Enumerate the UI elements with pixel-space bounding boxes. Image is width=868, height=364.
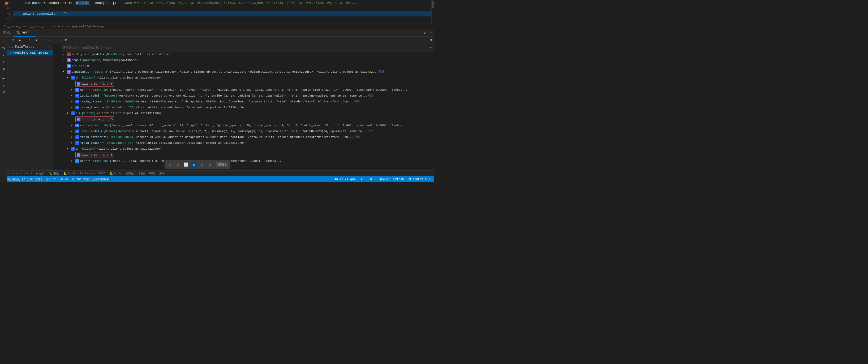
debug-toolbar-row: ↺ ≡ ▶ | ↷ ⬇ ⤵ ⬆ → — [0, 37, 434, 44]
sidebar-step-icon[interactable]: ↺ — [1, 44, 7, 44]
tab-python-packages[interactable]: 🐍 Python Packages — [61, 171, 96, 176]
var-row-cand0-localmodel[interactable]: ▶ ≡ local_model = {ResNet} ResNet(\n (co… — [61, 93, 434, 99]
debug-ctl-grid[interactable]: ⊞ — [190, 161, 198, 168]
debug-ctl-rect3[interactable]: □ — [198, 161, 206, 168]
status-lf: LF — [361, 177, 365, 181]
var-expand-cand-0[interactable]: ▼ — [67, 75, 71, 80]
thread-dropdown-arrow[interactable]: ▾ — [49, 45, 51, 48]
debug-ctl-rect2[interactable]: ⬜ — [182, 161, 190, 168]
var-link-c1lm[interactable]: 视图 — [368, 129, 373, 134]
var-link-c1td[interactable]: 视图 — [354, 134, 360, 140]
var-link-candidates[interactable]: 视图 — [379, 69, 384, 74]
var-row-cand0-tl[interactable]: ▶ ≡ train_loader = {DataLoader: 157} <to… — [61, 104, 434, 110]
var-row-cand0-clientid[interactable]: ▶ 01 client_id = {int} 6 — [61, 81, 434, 87]
var-row-cand1-conf[interactable]: ▶ ≡ conf = {dict: 10} {'model_name': 're… — [61, 123, 434, 128]
var-eq-c1lm: = — [101, 129, 102, 134]
tab-run[interactable]: ▶ 运行 — [34, 171, 47, 176]
var-val-0: name 'self' is not defined — [126, 52, 171, 57]
var-val-c: 9 — [87, 63, 89, 69]
var-highlight-box-0: 01 client_id = {int} 6 — [75, 81, 114, 87]
var-name-cid2: client_id — [82, 152, 97, 158]
tab-debug[interactable]: 🐛 调试 — [47, 171, 61, 176]
var-row-cand-0[interactable]: ▼ ≡ 0 = {Client} <client.Client object a… — [61, 75, 434, 81]
run-tab-label: 运行 — [39, 171, 45, 175]
debug-ctl-stop[interactable]: ✕ — [166, 161, 174, 168]
var-expand-c1conf[interactable]: ▶ — [71, 123, 75, 128]
var-row-cand1-lm[interactable]: ▶ ≡ local_model = {ResNet} ResNet(\n (co… — [61, 128, 434, 134]
var-row-cand-1[interactable]: ▼ ≡ 1 = {Client} <client.Client object a… — [61, 110, 434, 116]
debug-main-tab[interactable]: 🐛 main × — [13, 29, 36, 37]
var-row-cand-2[interactable]: ▼ ≡ 2 = {Client} <client.Client object a… — [61, 146, 434, 152]
sidebar-play-icon[interactable]: ▶ — [1, 52, 7, 58]
var-val-c1td: Dataset CIFAR10\n Number of datapoints: … — [136, 134, 353, 140]
eval-arrow-btn[interactable]: ▾ — [430, 45, 432, 50]
tab-python-console[interactable]: 🐍 Python 控制台 — [107, 171, 137, 176]
var-type-c1td: {CIFAR10: 50000} — [107, 134, 135, 140]
main-tab-close[interactable]: × — [31, 31, 33, 34]
var-expand-c0conf[interactable]: ▶ — [71, 87, 75, 93]
var-name-c2conf: conf — [80, 158, 87, 164]
variables-panel[interactable]: ▶ ! self.global_model = {NameError} name… — [61, 52, 434, 170]
settings-icon-btn[interactable]: ⚙ — [421, 30, 428, 36]
var-link-c0td[interactable]: 视图 — [354, 99, 360, 104]
sidebar-settings-icon[interactable]: ⚙ — [1, 82, 7, 89]
sidebar-pin-icon[interactable]: 📌 — [1, 90, 7, 96]
tab-terminal[interactable]: 终端 — [147, 171, 157, 176]
step-into-my-code-btn[interactable]: ⤵ — [40, 37, 46, 43]
var-expand-c1tl[interactable]: ▶ — [71, 140, 75, 146]
var-val-cid2: 5 — [111, 152, 113, 158]
console-btn[interactable]: ▶ — [17, 37, 23, 43]
var-row-cand0-conf[interactable]: ▶ ≡ conf = {dict: 10} {'model_name': 're… — [61, 87, 434, 93]
tab-todo[interactable]: TODO — [96, 171, 107, 176]
var-expand-c2conf[interactable]: ▶ — [71, 158, 75, 164]
run-to-cursor-btn[interactable]: → — [53, 37, 59, 43]
var-row-candidates[interactable]: ▼ ≡ candidates = {list: 5} [<client.Clie… — [61, 69, 434, 75]
var-row-cand1-tl[interactable]: ▶ ≡ train_loader = {DataLoader: 157} <to… — [61, 140, 434, 146]
var-row-cand2-conf[interactable]: ▶ ≡ conf = {dict: 10} {'mode... 'local_e… — [61, 158, 434, 164]
breakpoint-status[interactable]: 已到达断点 (3 分钟 之前) — [2, 177, 45, 181]
debug-ctl-rect1[interactable]: □ — [175, 161, 182, 168]
var-row-cand0-td[interactable]: ▶ ≡ train_dataset = {CIFAR10: 50000} Dat… — [61, 99, 434, 104]
sidebar-pause-icon[interactable]: ⏸ — [1, 59, 7, 65]
minimize-icon-btn[interactable]: − — [428, 30, 434, 36]
debug-ctl-circle[interactable]: ◎ — [206, 161, 214, 168]
layout-toggle-btn[interactable]: ⊞ — [428, 37, 434, 43]
var-name-cid1: client_id — [82, 117, 97, 122]
var-expand-args[interactable]: ▶ — [63, 58, 67, 63]
var-row-cand1-td[interactable]: ▶ ≡ train_dataset = {CIFAR10: 50000} Dat… — [61, 134, 434, 140]
var-row-args[interactable]: ▶ 01 args = {Namespace} Namespace(conf=N… — [61, 57, 434, 63]
sidebar-view-icon[interactable]: 👁 — [1, 76, 7, 82]
step-into-btn[interactable]: ⬇ — [33, 37, 39, 43]
sidebar-stop-icon[interactable]: ⏹ — [1, 66, 7, 72]
var-expand-c0lm[interactable]: ▶ — [71, 93, 75, 98]
tab-services[interactable]: 服务 — [157, 171, 167, 176]
var-link-c0lm[interactable]: 视图 — [368, 93, 373, 98]
var-expand-0[interactable]: ▶ — [63, 52, 67, 57]
debugger-btn[interactable]: ≡ — [10, 37, 17, 43]
tab-issues[interactable]: 问题 — [137, 171, 147, 176]
var-expand-cand-2[interactable]: ▼ — [67, 146, 71, 152]
var-eq-cid2: = — [98, 152, 100, 158]
step-out-btn[interactable]: ⬆ — [46, 37, 53, 43]
sidebar-wrench-icon[interactable]: 🔧 — [1, 45, 7, 52]
scroll-thumb-right[interactable] — [432, 1, 434, 8]
var-expand-cand-1[interactable]: ▼ — [67, 111, 71, 116]
var-expand-c1lm[interactable]: ▶ — [71, 129, 75, 134]
var-row-cand1-clientid[interactable]: ▶ 01 client_id = {int} 3 — [61, 116, 434, 123]
var-name-c0lm: local_model — [80, 93, 99, 98]
main-tab-icon: 🐛 — [17, 31, 21, 34]
var-expand-candidates[interactable]: ▼ — [63, 69, 67, 74]
var-row-global-model[interactable]: ▶ ! self.global_model = {NameError} name… — [61, 52, 434, 57]
step-over-btn[interactable]: ↷ — [27, 37, 33, 43]
var-expand-c0td[interactable]: ▶ — [71, 99, 75, 104]
status-charset: UTF-8 — [368, 177, 376, 181]
var-eq-cid1: = — [98, 117, 100, 122]
evaluate-btn[interactable]: ⊞ — [63, 37, 69, 43]
var-expand-c0tl[interactable]: ▶ — [71, 105, 75, 110]
var-row-c[interactable]: ▶ 01 c = {int} 9 — [61, 63, 434, 69]
line-num-43: 43 — [0, 16, 11, 22]
stack-frame-0[interactable]: ◻ <module>, main.py:42 — [0, 50, 53, 56]
var-row-cand2-clientid[interactable]: ▶ 01 client_id = {int} 5 — [61, 152, 434, 158]
options-dropdown-btn[interactable]: 选项 › — [216, 162, 228, 167]
var-expand-c1td[interactable]: ▶ — [71, 134, 75, 140]
